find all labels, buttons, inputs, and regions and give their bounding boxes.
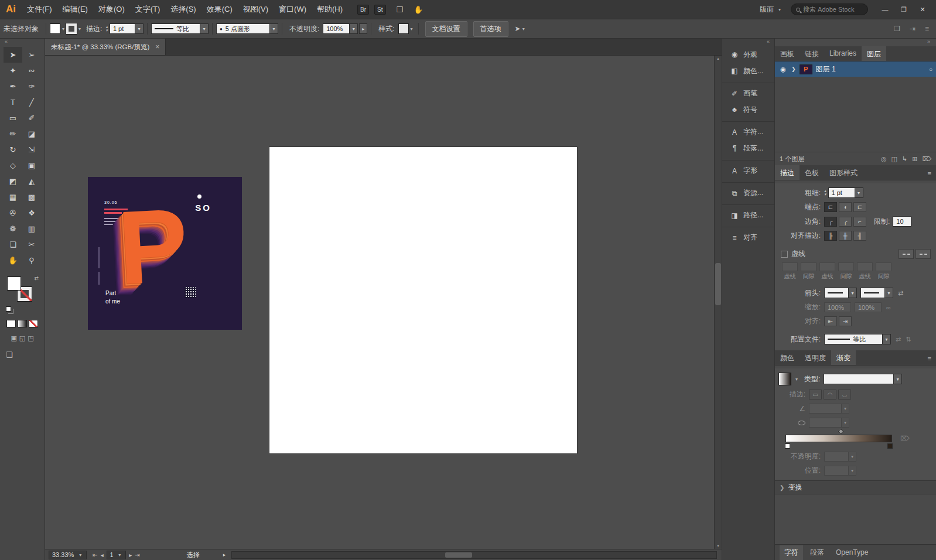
arrange-documents-icon[interactable]: ❒ — [397, 5, 404, 14]
fill-dropdown-icon[interactable]: ▾ — [62, 26, 64, 32]
flip-across-icon[interactable]: ⇅ — [906, 336, 911, 343]
eraser-tool[interactable]: ◪ — [22, 126, 41, 142]
lasso-tool[interactable]: ∾ — [22, 63, 41, 78]
slice-tool[interactable]: ✂ — [22, 237, 41, 252]
gradient-within-stroke-button[interactable]: ▭ — [809, 390, 822, 399]
zoom-level-field[interactable]: 33.33% ▾ — [49, 551, 87, 559]
minimize-button[interactable]: — — [876, 3, 894, 16]
artboard-number-field[interactable]: 1 ▾ — [107, 551, 127, 559]
color-mode-button[interactable] — [6, 320, 16, 327]
maximize-button[interactable]: ❐ — [895, 3, 913, 16]
cap-round-button[interactable]: ◖ — [839, 202, 852, 212]
tab-swatches[interactable]: 色板 — [800, 165, 824, 180]
gradient-aspect-field[interactable] — [809, 418, 842, 428]
join-bevel-button[interactable]: ⌐ — [853, 217, 866, 227]
zoom-tool[interactable]: ⚲ — [22, 252, 41, 268]
style-swatch[interactable] — [398, 23, 409, 34]
close-tab-icon[interactable]: × — [155, 43, 159, 51]
poster-artwork[interactable]: 30.06 SO P Part of me — [88, 177, 242, 330]
brush-definition-dropdown[interactable]: ▾ — [270, 23, 278, 34]
layer-name[interactable]: 图层 1 — [816, 64, 836, 74]
align-dash-button[interactable] — [915, 249, 931, 259]
line-segment-tool[interactable]: ╱ — [22, 94, 41, 110]
gradient-position-field[interactable] — [824, 466, 849, 476]
selection-tool[interactable]: ➤ — [4, 47, 22, 63]
delete-layer-icon[interactable]: ⌦ — [922, 155, 931, 163]
menu-type[interactable]: 文字(T) — [130, 4, 166, 15]
tab-transparency[interactable]: 透明度 — [800, 350, 831, 365]
gradient-end-stop[interactable] — [887, 443, 893, 449]
profile-dropdown[interactable]: ▾ — [883, 334, 891, 344]
gradient-along-stroke-button[interactable]: ◠ — [824, 390, 836, 399]
last-artboard-icon[interactable]: ⇥ — [135, 552, 139, 558]
join-round-button[interactable]: ╭ — [839, 217, 852, 227]
dock-collapse-icon[interactable]: » — [775, 39, 936, 46]
panel-button-asset-export[interactable]: ⧉ 资源... — [722, 182, 774, 201]
vertical-scrollbar[interactable]: ▴ ▾ — [714, 56, 722, 549]
arrow-align-end-button[interactable]: ⇥ — [839, 316, 852, 326]
symbol-sprayer-tool[interactable]: ❁ — [4, 221, 22, 237]
gradient-type-field[interactable] — [824, 374, 894, 384]
arrow-end-dropdown[interactable]: ▾ — [885, 288, 893, 298]
horizontal-scroll-thumb[interactable] — [445, 552, 472, 558]
tab-artboards[interactable]: 画板 — [775, 46, 800, 61]
dash-field-3[interactable] — [857, 262, 873, 271]
weight-dropdown[interactable]: ▾ — [855, 187, 863, 198]
panel-button-symbols[interactable]: ♣ 符号 — [722, 101, 774, 118]
spin-down-icon[interactable]: ▾ — [824, 193, 826, 196]
layer-target-icon[interactable]: ○ — [929, 66, 932, 73]
align-stroke-center-button[interactable]: ╟ — [824, 231, 837, 241]
horizontal-scrollbar[interactable] — [231, 551, 717, 559]
opacity-dropdown[interactable]: ▾ — [350, 23, 358, 34]
send-panel-icon[interactable]: ⇥ — [910, 25, 915, 33]
eyedropper-tool[interactable]: ✇ — [4, 205, 22, 221]
gradient-aspect-dropdown[interactable]: ▾ — [842, 418, 849, 428]
fill-swatch-indicator[interactable] — [7, 276, 21, 291]
arrow-start-field[interactable] — [824, 288, 849, 298]
transform-panel-header[interactable]: ❯ 变换 — [775, 480, 936, 494]
spin-down-icon[interactable]: ▾ — [105, 29, 108, 32]
gradient-opacity-dropdown[interactable]: ▾ — [849, 452, 856, 462]
menu-edit[interactable]: 编辑(E) — [57, 4, 93, 15]
shape-builder-tool[interactable]: ◩ — [4, 173, 22, 189]
touch-workspace-icon[interactable]: ✋ — [414, 5, 423, 14]
tab-graphic-styles[interactable]: 图形样式 — [824, 165, 863, 180]
free-transform-tool[interactable]: ▣ — [22, 158, 41, 173]
preferences-button[interactable]: 首选项 — [473, 21, 508, 37]
arrow-start-dropdown[interactable]: ▾ — [849, 288, 857, 298]
artboard-tool[interactable]: ❏ — [4, 237, 22, 252]
scroll-up-icon[interactable]: ▴ — [715, 56, 722, 61]
gap-field-2[interactable] — [838, 262, 854, 271]
arrow-end-field[interactable] — [860, 288, 885, 298]
stroke-weight-dropdown[interactable]: ▾ — [135, 23, 144, 34]
gap-field-3[interactable] — [876, 262, 891, 271]
select-similar-dropdown[interactable]: ▾ — [522, 26, 525, 32]
first-artboard-icon[interactable]: ⇤ — [93, 552, 97, 558]
next-artboard-icon[interactable]: ▸ — [129, 552, 132, 558]
stroke-panel-menu-icon[interactable]: ≡ — [928, 167, 936, 170]
gradient-angle-dropdown[interactable]: ▾ — [842, 404, 849, 414]
close-button[interactable]: ✕ — [914, 3, 931, 16]
width-tool[interactable]: ◇ — [4, 158, 22, 173]
dashed-line-checkbox[interactable] — [781, 251, 788, 258]
new-sublayer-icon[interactable]: ↳ — [902, 155, 907, 163]
delete-stop-icon[interactable]: ⌦ — [900, 435, 910, 442]
scale-end-field[interactable]: 100% — [855, 302, 882, 312]
artboard[interactable] — [269, 147, 577, 453]
panel-button-color[interactable]: ◧ 颜色... — [722, 63, 774, 79]
panel-button-appearance[interactable]: ◉ 外观 — [722, 46, 774, 63]
stroke-profile-dropdown[interactable]: ▾ — [200, 23, 209, 34]
opacity-panel-arrow[interactable]: ▸ — [359, 23, 367, 34]
tab-stroke[interactable]: 描边 — [775, 165, 800, 180]
limit-field[interactable]: 10 — [893, 216, 911, 227]
stock-badge[interactable]: St — [374, 5, 385, 15]
gradient-thumb-dropdown[interactable]: ▾ — [795, 377, 798, 382]
gradient-across-stroke-button[interactable]: ◡ — [838, 390, 851, 399]
perspective-grid-tool[interactable]: ◭ — [22, 173, 41, 189]
gradient-opacity-field[interactable] — [824, 452, 849, 462]
tab-character[interactable]: 字符 — [780, 545, 803, 560]
expand-layer-icon[interactable]: ❯ — [791, 66, 796, 72]
menu-select[interactable]: 选择(S) — [165, 4, 201, 15]
cap-projecting-button[interactable]: ⊏ — [853, 202, 866, 212]
scroll-down-icon[interactable]: ▾ — [715, 544, 722, 548]
